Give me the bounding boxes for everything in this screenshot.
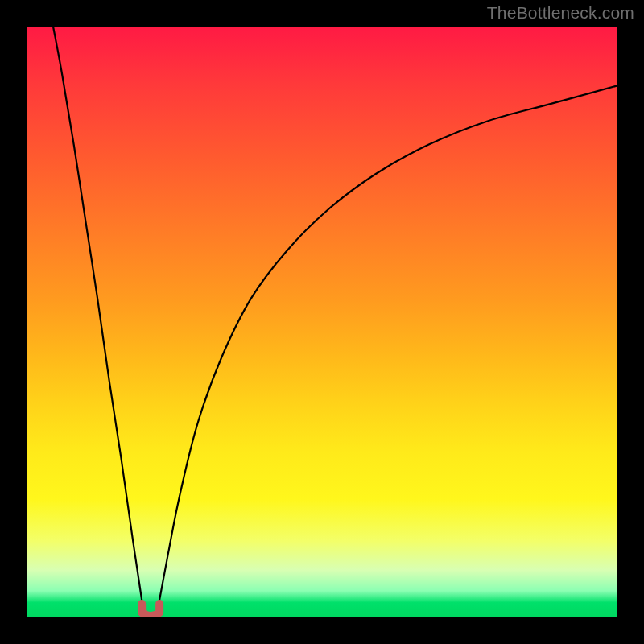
curve-left-branch <box>53 27 142 600</box>
curve-right-branch <box>159 85 617 600</box>
minimum-marker <box>142 604 159 617</box>
chart-plot-area <box>27 27 617 617</box>
chart-svg <box>27 27 617 617</box>
chart-frame: TheBottleneck.com <box>0 0 644 644</box>
watermark-text: TheBottleneck.com <box>487 3 634 23</box>
